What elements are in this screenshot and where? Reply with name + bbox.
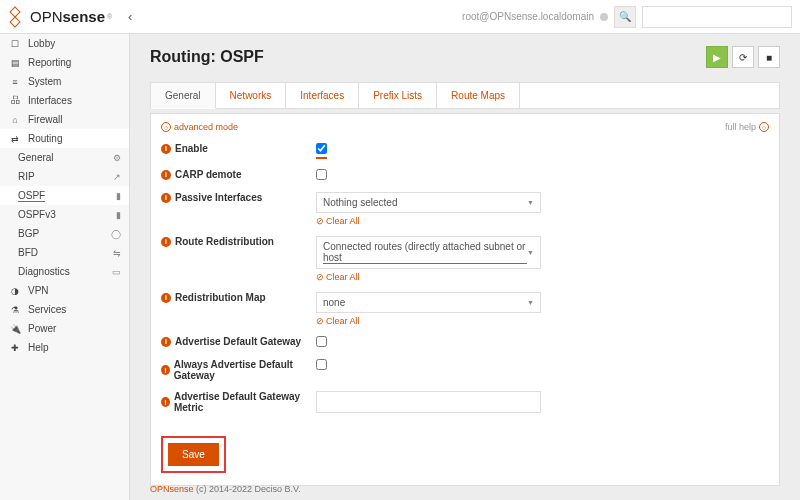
sidebar-item-reporting[interactable]: ▤Reporting: [0, 53, 129, 72]
logo[interactable]: OPNsense®: [8, 8, 112, 26]
sidebar-sub-general[interactable]: General⚙: [0, 148, 129, 167]
logo-reg: ®: [107, 13, 112, 20]
sidebar-item-help[interactable]: ✚Help: [0, 338, 129, 357]
form-panel: ○advanced mode full help○ iEnable iCARP …: [150, 113, 780, 486]
full-help-toggle[interactable]: full help○: [725, 122, 769, 132]
arrow-icon: ↗: [113, 172, 121, 182]
service-restart-button[interactable]: ⟳: [732, 46, 754, 68]
topbar: OPNsense® ‹ root@OPNsense.localdomain 🔍: [0, 0, 800, 34]
info-icon[interactable]: i: [161, 365, 170, 375]
sidebar-sub-diagnostics[interactable]: Diagnostics▭: [0, 262, 129, 281]
system-icon: ≡: [8, 77, 22, 87]
tabs: General Networks Interfaces Prefix Lists…: [150, 82, 780, 109]
passive-interfaces-select[interactable]: Nothing selected▼: [316, 192, 541, 213]
tab-interfaces[interactable]: Interfaces: [286, 83, 359, 108]
user-domain[interactable]: root@OPNsense.localdomain: [462, 11, 594, 22]
globe-icon: ◯: [111, 229, 121, 239]
sidebar-sub-ospf[interactable]: OSPF▮: [0, 186, 129, 205]
help-icon: ✚: [8, 343, 22, 353]
enable-checkbox[interactable]: [316, 143, 327, 154]
flag-icon: ▮: [116, 210, 121, 220]
footer: OPNsense (c) 2014-2022 Deciso B.V.: [150, 484, 301, 494]
sidebar-item-interfaces[interactable]: 品Interfaces: [0, 91, 129, 110]
search-input[interactable]: [642, 6, 792, 28]
tab-general[interactable]: General: [151, 83, 216, 109]
chevron-down-icon: ▼: [527, 249, 534, 256]
info-icon[interactable]: i: [161, 144, 171, 154]
footer-brand[interactable]: OPNsense: [150, 484, 194, 494]
sidebar-sub-ospfv3[interactable]: OSPFv3▮: [0, 205, 129, 224]
logo-sub: sense: [63, 8, 106, 25]
tab-networks[interactable]: Networks: [216, 83, 287, 108]
clear-all-passive[interactable]: ⊘Clear All: [316, 216, 546, 226]
vpn-icon: ◑: [8, 286, 22, 296]
status-dot: [600, 13, 608, 21]
logo-main: OPN: [30, 8, 63, 25]
toggle-icon: ○: [161, 122, 171, 132]
search-button[interactable]: 🔍: [614, 6, 636, 28]
sidebar-item-services[interactable]: ⚗Services: [0, 300, 129, 319]
routing-icon: ⇄: [8, 134, 22, 144]
close-icon: ⊘: [316, 316, 324, 326]
main-content: Routing: OSPF ▶ ⟳ ■ General Networks Int…: [130, 34, 800, 500]
power-icon: 🔌: [8, 324, 22, 334]
gear-icon: ⚙: [113, 153, 121, 163]
lobby-icon: ☐: [8, 39, 22, 49]
sidebar-item-routing[interactable]: ⇄Routing: [0, 129, 129, 148]
always-advertise-default-gw-checkbox[interactable]: [316, 359, 327, 370]
exchange-icon: ⇋: [113, 248, 121, 258]
clear-all-redist-map[interactable]: ⊘Clear All: [316, 316, 546, 326]
sidebar-item-firewall[interactable]: ⌂Firewall: [0, 110, 129, 129]
info-icon[interactable]: i: [161, 170, 171, 180]
sidebar-item-system[interactable]: ≡System: [0, 72, 129, 91]
carp-demote-checkbox[interactable]: [316, 169, 327, 180]
sidebar-item-power[interactable]: 🔌Power: [0, 319, 129, 338]
toggle-icon: ○: [759, 122, 769, 132]
clear-all-route-redist[interactable]: ⊘Clear All: [316, 272, 546, 282]
sidebar-item-vpn[interactable]: ◑VPN: [0, 281, 129, 300]
sidebar-collapse-button[interactable]: ‹: [120, 7, 140, 27]
advertise-default-gw-checkbox[interactable]: [316, 336, 327, 347]
chevron-down-icon: ▼: [527, 199, 534, 206]
save-button[interactable]: Save: [168, 443, 219, 466]
save-highlight: Save: [161, 436, 226, 473]
route-redistribution-select[interactable]: Connected routes (directly attached subn…: [316, 236, 541, 269]
firewall-icon: ⌂: [8, 115, 22, 125]
service-start-button[interactable]: ▶: [706, 46, 728, 68]
info-icon[interactable]: i: [161, 337, 171, 347]
reporting-icon: ▤: [8, 58, 22, 68]
services-icon: ⚗: [8, 305, 22, 315]
sidebar: ☐Lobby ▤Reporting ≡System 品Interfaces ⌂F…: [0, 34, 130, 500]
sidebar-sub-bfd[interactable]: BFD⇋: [0, 243, 129, 262]
info-icon[interactable]: i: [161, 237, 171, 247]
page-title: Routing: OSPF: [150, 48, 264, 66]
advertise-default-gw-metric-input[interactable]: [316, 391, 541, 413]
close-icon: ⊘: [316, 272, 324, 282]
sidebar-item-lobby[interactable]: ☐Lobby: [0, 34, 129, 53]
briefcase-icon: ▭: [112, 267, 121, 277]
sidebar-sub-rip[interactable]: RIP↗: [0, 167, 129, 186]
logo-icon: [8, 8, 26, 26]
tab-prefix-lists[interactable]: Prefix Lists: [359, 83, 437, 108]
info-icon[interactable]: i: [161, 293, 171, 303]
redistribution-map-select[interactable]: none▼: [316, 292, 541, 313]
info-icon[interactable]: i: [161, 397, 170, 407]
sidebar-sub-bgp[interactable]: BGP◯: [0, 224, 129, 243]
tab-route-maps[interactable]: Route Maps: [437, 83, 520, 108]
chevron-down-icon: ▼: [527, 299, 534, 306]
service-stop-button[interactable]: ■: [758, 46, 780, 68]
info-icon[interactable]: i: [161, 193, 171, 203]
close-icon: ⊘: [316, 216, 324, 226]
advanced-mode-toggle[interactable]: ○advanced mode: [161, 122, 238, 132]
interfaces-icon: 品: [8, 94, 22, 107]
flag-icon: ▮: [116, 191, 121, 201]
